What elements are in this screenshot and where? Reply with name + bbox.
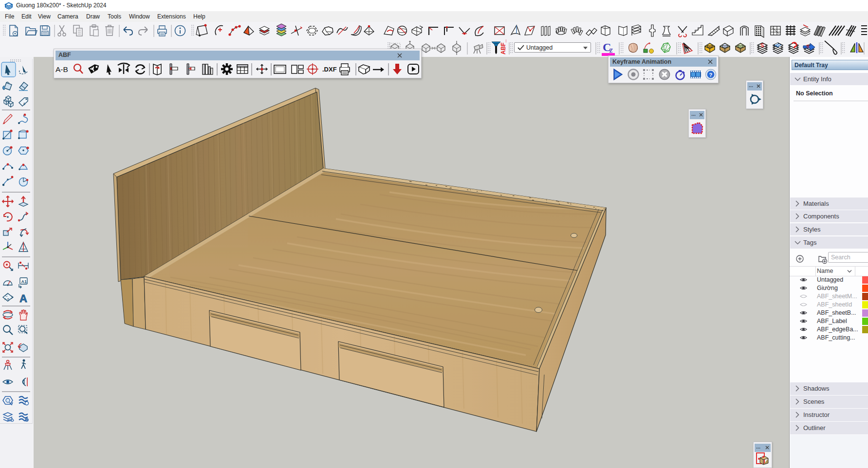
svg-text:C: C — [5, 294, 8, 297]
svg-text:6: 6 — [23, 102, 25, 106]
svg-text:A-B: A-B — [55, 65, 68, 73]
svg-text:?: ? — [709, 72, 713, 78]
svg-text:A-B: A-B — [4, 298, 9, 301]
svg-text:A: A — [19, 292, 27, 305]
svg-text:A1: A1 — [21, 279, 27, 284]
svg-text:.DXF: .DXF — [322, 66, 337, 73]
